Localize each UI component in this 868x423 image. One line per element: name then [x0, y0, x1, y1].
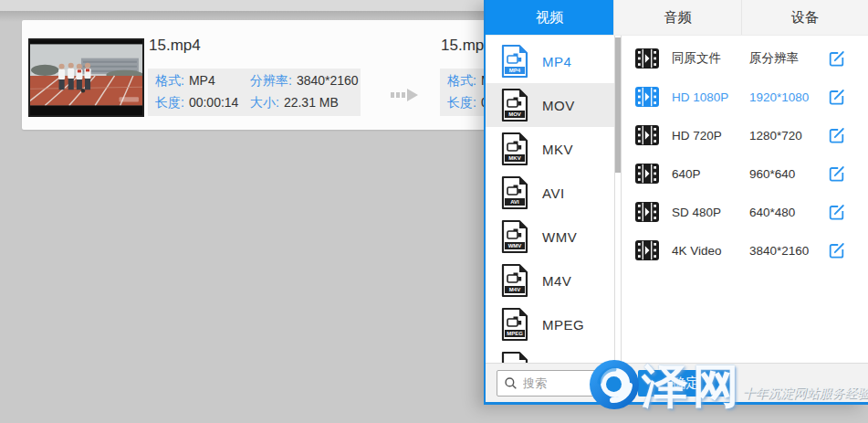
svg-text:AVI: AVI	[510, 199, 519, 205]
svg-text:WMV: WMV	[508, 243, 522, 249]
preset-list: 同原文件 原分辨率 HD	[622, 36, 868, 363]
preset-item-hd-720p[interactable]: HD 720P 1280*720	[622, 116, 868, 154]
duration-label: 长度:	[447, 95, 476, 111]
format-item-wmv[interactable]: WMV WMV	[486, 215, 614, 259]
video-file-icon: MOV	[500, 88, 529, 122]
svg-text:MPEG: MPEG	[507, 331, 523, 336]
scrollbar-thumb[interactable]	[615, 37, 621, 173]
source-file-info: 格式: MP4 分辨率: 3840*2160 长度: 00:00:14 大小: …	[148, 69, 361, 116]
tab-device[interactable]: 设备	[741, 0, 868, 35]
edit-icon[interactable]	[828, 164, 846, 183]
filmstrip-icon	[635, 125, 659, 145]
filmstrip-icon	[635, 164, 659, 184]
video-file-icon: WMV	[500, 219, 529, 254]
svg-text:MKV: MKV	[508, 155, 520, 161]
video-thumbnail-scene	[30, 40, 142, 115]
preset-item-640p[interactable]: 640P 960*640	[622, 154, 868, 193]
format-value: MP4	[189, 73, 215, 90]
video-file-icon	[500, 351, 529, 363]
source-file-name: 15.mp4	[149, 37, 201, 55]
search-icon	[504, 376, 518, 390]
preset-item-hd-1080p[interactable]: HD 1080P 1920*1080	[622, 78, 868, 116]
filmstrip-icon	[635, 48, 659, 69]
format-item-label: MOV	[542, 98, 575, 113]
preset-resolution: 640*480	[749, 206, 795, 219]
preset-resolution: 原分辨率	[749, 50, 799, 67]
preset-resolution: 3840*2160	[749, 244, 809, 258]
search-box[interactable]	[497, 370, 615, 397]
format-item-label: M4V	[542, 273, 571, 289]
preset-resolution: 1280*720	[749, 129, 802, 143]
format-item-label: MP4	[542, 54, 571, 69]
format-item-avi[interactable]: AVI AVI	[486, 171, 614, 215]
filmstrip-icon	[635, 87, 659, 107]
format-item-label: AVI	[542, 185, 565, 201]
video-file-icon: M4V	[500, 263, 529, 298]
preset-item-4k-video[interactable]: 4K Video 3840*2160	[622, 231, 868, 270]
video-file-icon: MP4	[500, 44, 529, 79]
search-input[interactable]	[523, 376, 605, 390]
svg-text:M4V: M4V	[509, 287, 520, 292]
tab-bar: 视频 音频 设备	[486, 0, 868, 35]
size-label: 大小:	[250, 95, 279, 111]
convert-arrow-icon	[390, 85, 419, 105]
edit-icon[interactable]	[828, 49, 846, 68]
edit-icon[interactable]	[828, 203, 846, 221]
video-file-icon: MKV	[500, 132, 529, 166]
format-label: 格式:	[447, 73, 476, 90]
format-item-mkv[interactable]: MKV MKV	[486, 127, 614, 171]
preset-name: 4K Video	[672, 244, 749, 258]
preset-item-sd-480p[interactable]: SD 480P 640*480	[622, 193, 868, 231]
popup-footer: 确定	[486, 363, 868, 402]
video-file-icon: MPEG	[500, 307, 529, 342]
source-size: 大小: 22.31 MB	[250, 95, 361, 111]
format-list-scrollbar[interactable]	[614, 36, 622, 363]
tab-video[interactable]: 视频	[486, 0, 613, 35]
format-item-mov[interactable]: MOV MOV	[486, 83, 614, 127]
format-item-mp4[interactable]: MP4 MP4	[486, 39, 614, 83]
preset-name: HD 720P	[672, 129, 749, 143]
confirm-button[interactable]: 确定	[638, 370, 734, 397]
preset-resolution: 1920*1080	[749, 90, 809, 104]
duration-value: 00:00:14	[189, 95, 239, 111]
format-item-label: MKV	[542, 142, 573, 157]
edit-icon[interactable]	[828, 126, 846, 144]
filmstrip-icon	[635, 202, 659, 222]
duration-label: 长度:	[155, 95, 184, 111]
format-item-partial[interactable]	[486, 346, 614, 363]
format-label: 格式:	[155, 73, 184, 90]
preset-item-same-as-source[interactable]: 同原文件 原分辨率	[622, 39, 868, 78]
filmstrip-icon	[635, 240, 659, 260]
edit-icon[interactable]	[828, 88, 846, 106]
svg-text:MP4: MP4	[509, 68, 521, 73]
source-resolution: 分辨率: 3840*2160	[250, 73, 361, 90]
edit-icon[interactable]	[828, 241, 846, 259]
format-item-m4v[interactable]: M4V M4V	[486, 259, 614, 302]
app-window: 15.mp4 格式: MP4 分辨率: 3840*2160 长度: 00:00:…	[0, 0, 868, 423]
tab-audio[interactable]: 音频	[613, 0, 741, 35]
popup-body: MP4 MP4 MOV MOV	[486, 35, 868, 363]
preset-name: 640P	[672, 167, 749, 181]
format-picker-popup: 视频 音频 设备 MP4 MP4	[484, 0, 868, 405]
resolution-value: 3840*2160	[297, 73, 359, 90]
source-format: 格式: MP4	[155, 73, 250, 90]
svg-text:MOV: MOV	[508, 111, 521, 117]
preset-name: 同原文件	[672, 50, 749, 67]
format-item-label: MPEG	[542, 317, 584, 333]
format-item-mpeg[interactable]: MPEG MPEG	[486, 302, 614, 346]
video-thumbnail	[28, 38, 144, 117]
format-item-label: WMV	[542, 229, 577, 245]
preset-name: SD 480P	[672, 206, 749, 219]
video-file-icon: AVI	[500, 175, 529, 210]
preset-name: HD 1080P	[672, 90, 749, 104]
size-value: 22.31 MB	[284, 95, 339, 111]
preset-resolution: 960*640	[749, 167, 795, 181]
format-list: MP4 MP4 MOV MOV	[486, 36, 614, 363]
source-duration: 长度: 00:00:14	[155, 95, 250, 111]
resolution-label: 分辨率:	[250, 73, 292, 90]
